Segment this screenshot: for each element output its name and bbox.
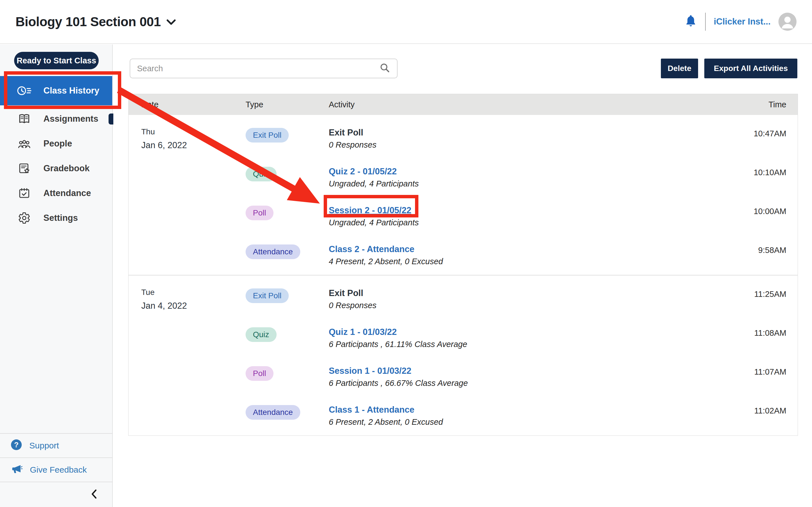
people-icon [17, 138, 32, 150]
activity-time: 9:58AM [713, 244, 798, 255]
sidebar-footer: ? Support Give Feedback [0, 433, 112, 507]
sidebar-collapse-button[interactable] [0, 482, 112, 507]
sidebar-item-label: Assignments [43, 114, 98, 124]
date-group: Thu Jan 6, 2022 Exit Poll Exit Poll 0 Re… [129, 115, 798, 275]
sidebar-item-people[interactable]: People [0, 131, 112, 156]
page-title: Biology 101 Section 001 [15, 14, 161, 29]
type-badge: Exit Poll [246, 128, 289, 143]
date-full: Jan 4, 2022 [141, 301, 246, 311]
activity-subtitle: 6 Participants , 66.67% Class Average [329, 378, 713, 388]
activity-time: 11:08AM [713, 327, 798, 338]
activity-time: 10:47AM [713, 127, 798, 138]
class-history-icon [17, 85, 32, 96]
activity-cell: Session 1 - 01/03/22 6 Participants , 66… [329, 365, 713, 388]
activity-title[interactable]: Class 1 - Attendance [329, 404, 713, 415]
megaphone-icon [11, 464, 22, 476]
activity-subtitle: Ungraded, 4 Participants [329, 179, 713, 189]
export-all-activities-button[interactable]: Export All Activities [704, 59, 797, 78]
type-badge: Poll [246, 206, 273, 220]
type-cell: Attendance [246, 244, 329, 259]
sidebar-item-gradebook[interactable]: Gradebook [0, 156, 112, 181]
activity-subtitle: 0 Responses [329, 300, 713, 311]
column-header-activity: Activity [329, 100, 713, 109]
table-body: Thu Jan 6, 2022 Exit Poll Exit Poll 0 Re… [129, 115, 798, 436]
activity-cell: Class 1 - Attendance 6 Present, 2 Absent… [329, 404, 713, 427]
group-rows: Exit Poll Exit Poll 0 Responses 11:25AM … [246, 288, 798, 427]
sidebar-item-label: People [43, 138, 72, 149]
search-box [130, 59, 398, 78]
table-row: Attendance Class 1 - Attendance 6 Presen… [246, 404, 798, 427]
table-row: Poll Session 1 - 01/03/22 6 Participants… [246, 365, 798, 404]
table-row: Exit Poll Exit Poll 0 Responses 10:47AM [246, 127, 798, 166]
support-link[interactable]: ? Support [0, 433, 112, 457]
activity-subtitle: 4 Present, 2 Absent, 0 Excused [329, 256, 713, 267]
avatar[interactable] [778, 13, 797, 31]
sidebar-item-attendance[interactable]: Attendance [0, 181, 112, 206]
sidebar-item-settings[interactable]: Settings [0, 206, 112, 230]
sidebar-item-label: Gradebook [43, 163, 90, 173]
column-header-date: Date [129, 100, 246, 109]
date-cell: Thu Jan 6, 2022 [129, 127, 246, 267]
activity-time: 10:10AM [713, 166, 798, 177]
main-content: Delete Export All Activities Date Type A… [113, 45, 812, 507]
type-cell: Poll [246, 205, 329, 220]
type-cell: Quiz [246, 166, 329, 181]
toolbar: Delete Export All Activities [113, 45, 812, 94]
date-full: Jan 6, 2022 [141, 140, 246, 151]
activity-subtitle: Ungraded, 4 Participants [329, 217, 713, 228]
activity-subtitle: 6 Participants , 61.11% Class Average [329, 339, 713, 349]
header-divider [705, 13, 706, 31]
table-row: Attendance Class 2 - Attendance 4 Presen… [246, 244, 798, 267]
sidebar-item-label: Settings [43, 213, 78, 223]
type-badge: Quiz [246, 167, 276, 181]
type-cell: Exit Poll [246, 127, 329, 143]
activity-cell: Exit Poll 0 Responses [329, 127, 713, 150]
activity-time: 10:00AM [713, 205, 798, 216]
course-selector[interactable]: Biology 101 Section 001 [15, 14, 176, 29]
activity-cell: Class 2 - Attendance 4 Present, 2 Absent… [329, 244, 713, 267]
table-row: Quiz Quiz 1 - 01/03/22 6 Participants , … [246, 327, 798, 365]
activity-subtitle: 0 Responses [329, 140, 713, 150]
type-cell: Poll [246, 365, 329, 381]
ready-to-start-class-button[interactable]: Ready to Start Class [14, 52, 99, 69]
activity-title[interactable]: Quiz 2 - 01/05/22 [329, 166, 713, 177]
activity-time: 11:02AM [713, 404, 798, 415]
activity-cell: Session 2 - 01/05/22 Ungraded, 4 Partici… [329, 205, 713, 228]
gear-icon [17, 212, 32, 224]
chevron-down-icon[interactable] [166, 19, 176, 26]
table-row: Quiz Quiz 2 - 01/05/22 Ungraded, 4 Parti… [246, 166, 798, 205]
help-question-icon: ? [11, 439, 22, 452]
chevron-left-icon [90, 489, 98, 500]
type-badge: Quiz [246, 327, 276, 342]
activity-cell: Quiz 2 - 01/05/22 Ungraded, 4 Participan… [329, 166, 713, 189]
give-feedback-link[interactable]: Give Feedback [0, 457, 112, 482]
activity-title[interactable]: Session 2 - 01/05/22 [329, 205, 713, 216]
activity-title[interactable]: Session 1 - 01/03/22 [329, 365, 713, 376]
activity-title[interactable]: Quiz 1 - 01/03/22 [329, 327, 713, 337]
activity-time: 11:07AM [713, 365, 798, 377]
gradebook-icon [17, 162, 32, 175]
date-group: Tue Jan 4, 2022 Exit Poll Exit Poll 0 Re… [129, 275, 798, 436]
notification-bell-icon[interactable] [684, 14, 697, 29]
column-header-type: Type [246, 100, 329, 109]
delete-button[interactable]: Delete [661, 59, 698, 78]
type-badge: Attendance [246, 244, 300, 259]
type-badge: Attendance [246, 405, 300, 420]
activity-title: Exit Poll [329, 127, 713, 138]
user-menu[interactable]: iClicker Inst... [714, 17, 770, 27]
search-input[interactable] [137, 64, 379, 73]
attendance-calendar-icon [17, 187, 32, 200]
type-cell: Exit Poll [246, 288, 329, 303]
search-icon [379, 62, 390, 74]
activity-title[interactable]: Class 2 - Attendance [329, 244, 713, 255]
date-day: Thu [141, 127, 246, 136]
sidebar-item-class-history[interactable]: Class History [0, 76, 112, 105]
sidebar-item-assignments[interactable]: Assignments Beta [0, 107, 112, 131]
group-rows: Exit Poll Exit Poll 0 Responses 10:47AM … [246, 127, 798, 267]
activity-cell: Quiz 1 - 01/03/22 6 Participants , 61.11… [329, 327, 713, 349]
table-row: Poll Session 2 - 01/05/22 Ungraded, 4 Pa… [246, 205, 798, 244]
date-cell: Tue Jan 4, 2022 [129, 288, 246, 427]
activity-time: 11:25AM [713, 288, 798, 299]
activity-cell: Exit Poll 0 Responses [329, 288, 713, 311]
sidebar-nav: Class History Assignments Beta [0, 76, 112, 230]
